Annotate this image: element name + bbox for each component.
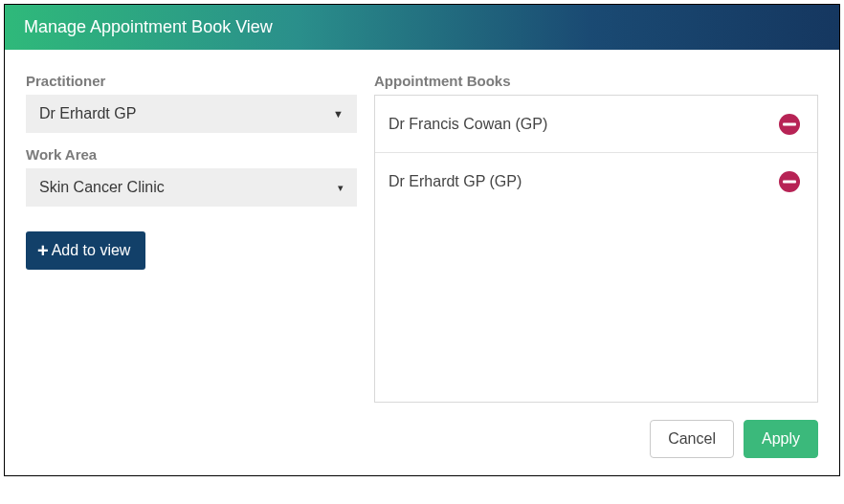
dialog-title: Manage Appointment Book View (24, 17, 273, 36)
remove-icon[interactable] (779, 114, 800, 135)
workarea-label: Work Area (26, 146, 357, 163)
appointment-books-label: Appointment Books (374, 73, 818, 89)
book-name: Dr Erhardt GP (GP) (389, 173, 522, 190)
practitioner-value: Dr Erhardt GP (39, 105, 136, 122)
add-to-view-button[interactable]: + Add to view (26, 231, 145, 270)
cancel-button[interactable]: Cancel (650, 420, 734, 458)
dialog-header: Manage Appointment Book View (5, 5, 839, 50)
left-column: Practitioner Dr Erhardt GP ▼ Work Area S… (26, 73, 357, 403)
plus-icon: + (37, 241, 49, 260)
caret-down-icon: ▾ (338, 182, 344, 194)
book-name: Dr Francis Cowan (GP) (389, 116, 547, 133)
list-item: Dr Erhardt GP (GP) (375, 153, 817, 210)
practitioner-select[interactable]: Dr Erhardt GP ▼ (26, 95, 357, 133)
list-item: Dr Francis Cowan (GP) (375, 96, 817, 153)
workarea-select[interactable]: Skin Cancer Clinic ▾ (26, 168, 357, 207)
cancel-label: Cancel (668, 430, 716, 447)
appointment-books-list: Dr Francis Cowan (GP) Dr Erhardt GP (GP) (374, 95, 818, 403)
apply-label: Apply (762, 430, 800, 447)
dialog-footer: Cancel Apply (5, 420, 839, 475)
workarea-value: Skin Cancer Clinic (39, 179, 165, 196)
manage-appointment-dialog: Manage Appointment Book View Practitione… (4, 4, 840, 476)
right-column: Appointment Books Dr Francis Cowan (GP) … (374, 73, 818, 403)
dialog-body: Practitioner Dr Erhardt GP ▼ Work Area S… (5, 50, 839, 420)
caret-down-icon: ▼ (333, 108, 344, 120)
add-to-view-label: Add to view (52, 242, 131, 259)
apply-button[interactable]: Apply (744, 420, 818, 458)
practitioner-label: Practitioner (26, 73, 357, 89)
remove-icon[interactable] (779, 171, 800, 192)
